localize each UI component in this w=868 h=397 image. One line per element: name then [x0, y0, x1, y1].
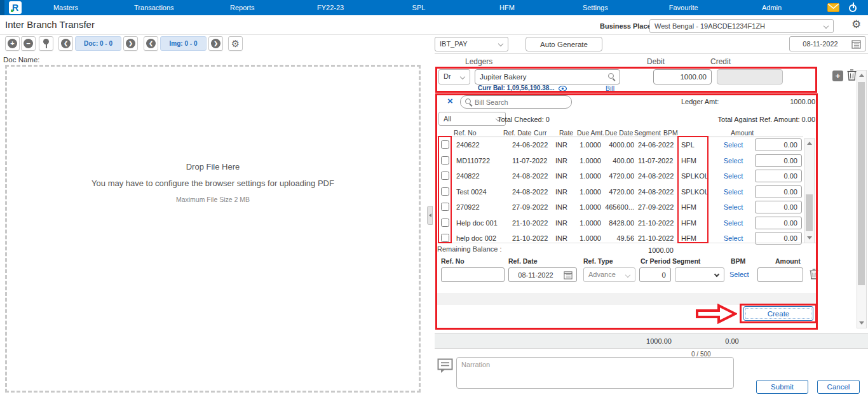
row-amount-input[interactable]	[755, 201, 802, 213]
img-range-badge: Img: 0 - 0	[160, 36, 207, 51]
row-amount-input[interactable]	[755, 138, 802, 151]
voucher-type-select[interactable]: IBT_PAY	[435, 37, 508, 51]
row-select-link[interactable]: Select	[715, 141, 751, 149]
row-checkbox[interactable]	[441, 172, 449, 180]
nav-menu-item[interactable]: Settings	[551, 0, 639, 15]
row-checkbox[interactable]	[441, 140, 449, 149]
new-ref-amount-input[interactable]	[757, 267, 803, 282]
chevron-down-icon	[460, 74, 465, 79]
submit-button[interactable]: Submit	[756, 380, 808, 394]
row-select-link[interactable]: Select	[715, 234, 751, 242]
app-logo[interactable]: R	[9, 1, 22, 14]
business-place-select[interactable]: West Bengal - 19ABCDE1234F1ZH	[649, 19, 834, 33]
cell-curr: INR	[555, 203, 567, 211]
nav-menu-item[interactable]: Masters	[22, 0, 110, 15]
img-next-button[interactable]: ❯	[208, 36, 223, 51]
eye-icon[interactable]	[559, 86, 567, 91]
bill-search-box	[460, 95, 572, 109]
cell-due-amt: 4720.00	[601, 188, 634, 196]
viewer-settings-button[interactable]: ⚙	[228, 36, 243, 51]
ledgers-column-header: Ledgers	[465, 57, 492, 66]
voucher-date-field[interactable]: 08-11-2022	[789, 36, 866, 51]
ref-no-input[interactable]	[441, 267, 505, 282]
page-title: Inter Branch Transfer	[5, 19, 95, 30]
row-select-link[interactable]: Select	[715, 172, 751, 180]
bill-table-scrollbar[interactable]	[804, 138, 815, 243]
zoom-in-button[interactable]: +	[5, 36, 20, 51]
row-checkbox[interactable]	[441, 203, 449, 211]
dropzone-title: Drop File Here	[7, 162, 419, 172]
row-amount-input[interactable]	[755, 170, 802, 182]
bill-link[interactable]: Bill	[606, 84, 614, 92]
nav-menu-item[interactable]: Admin	[728, 0, 816, 15]
debit-column-header: Debit	[647, 57, 665, 66]
narration-comment-icon	[437, 358, 453, 373]
row-amount-input[interactable]	[755, 217, 802, 229]
calendar-icon[interactable]	[564, 271, 573, 279]
nav-menu-item[interactable]: FY22-23	[287, 0, 375, 15]
row-amount-input[interactable]	[755, 185, 802, 198]
ref-type-select[interactable]: Advance	[583, 267, 635, 282]
row-checkbox[interactable]	[441, 234, 449, 242]
row-select-link[interactable]: Select	[715, 219, 751, 227]
power-icon[interactable]	[848, 3, 858, 13]
logo-dot	[11, 10, 13, 12]
col-header-due-amt: Due Amt.	[577, 129, 604, 137]
settings-gear-icon[interactable]: ⚙	[851, 18, 861, 31]
cr-period-input[interactable]	[639, 267, 671, 282]
row-checkbox[interactable]	[441, 156, 449, 165]
ledger-name-input[interactable]	[475, 69, 620, 84]
add-ledger-row-button[interactable]: +	[832, 71, 843, 81]
delete-ledger-row-icon[interactable]	[847, 69, 857, 81]
search-icon[interactable]	[608, 73, 614, 79]
doc-next-button[interactable]: ❯	[123, 36, 138, 51]
right-panel-scrollbar[interactable]	[857, 70, 867, 328]
pane-collapse-handle[interactable]	[427, 206, 433, 225]
bill-filter-select[interactable]: All	[438, 112, 506, 126]
row-select-link[interactable]: Select	[715, 188, 751, 196]
mail-icon[interactable]	[827, 3, 839, 12]
cell-due-amt: 465600...	[601, 203, 634, 211]
nav-menu-item[interactable]: HFM	[463, 0, 551, 15]
dr-cr-select[interactable]: Dr	[438, 69, 470, 84]
auto-generate-button[interactable]: Auto Generate	[526, 37, 602, 51]
nav-menu-item[interactable]: Transactions	[110, 0, 198, 15]
narration-textarea[interactable]	[456, 357, 734, 389]
doc-prev-button[interactable]: ❮	[58, 36, 73, 51]
row-checkbox[interactable]	[441, 219, 449, 227]
cell-bpm: SPL	[681, 141, 695, 149]
bpm-select-link[interactable]: Select	[729, 271, 749, 278]
nav-menu-item[interactable]: Reports	[198, 0, 287, 15]
scroll-down-icon[interactable]	[859, 321, 864, 325]
pin-button[interactable]	[39, 36, 53, 51]
create-button[interactable]: Create	[743, 306, 813, 321]
cell-ref-date: 24-08-2022	[512, 172, 548, 180]
cell-curr: INR	[555, 157, 567, 165]
debit-amount-input[interactable]	[653, 69, 712, 84]
file-dropzone[interactable]: Drop File Here You may have to configure…	[5, 65, 421, 393]
nav-menu-item[interactable]: SPL	[375, 0, 463, 15]
segment-select[interactable]	[675, 267, 724, 282]
scrollbar-thumb[interactable]	[806, 194, 813, 231]
nav-menu-item[interactable]: Favourite	[639, 0, 728, 15]
scroll-down-icon[interactable]	[807, 236, 812, 239]
row-checkbox[interactable]	[441, 187, 449, 196]
row-amount-input[interactable]	[755, 154, 802, 167]
calendar-icon[interactable]	[851, 39, 861, 49]
row-select-link[interactable]: Select	[715, 157, 751, 165]
nav-item-label: Masters	[53, 4, 78, 11]
cell-due-date: 27-09-2022	[638, 203, 674, 211]
delete-new-ref-icon[interactable]	[810, 269, 818, 279]
img-prev-button[interactable]: ❮	[144, 36, 158, 51]
bill-search-input[interactable]	[475, 97, 567, 107]
cell-rate: 1.0000	[573, 219, 601, 227]
scroll-up-icon[interactable]	[807, 142, 812, 145]
collapse-bill-panel-icon[interactable]: ×	[447, 96, 453, 105]
cancel-button[interactable]: Cancel	[817, 380, 860, 394]
scrollbar-thumb[interactable]	[858, 82, 865, 285]
zoom-out-button[interactable]: –	[21, 36, 36, 51]
row-select-link[interactable]: Select	[715, 203, 751, 211]
scroll-up-icon[interactable]	[859, 74, 864, 77]
cell-due-amt: 4720.00	[601, 172, 634, 180]
ref-date-field[interactable]: 08-11-2022	[508, 267, 577, 282]
